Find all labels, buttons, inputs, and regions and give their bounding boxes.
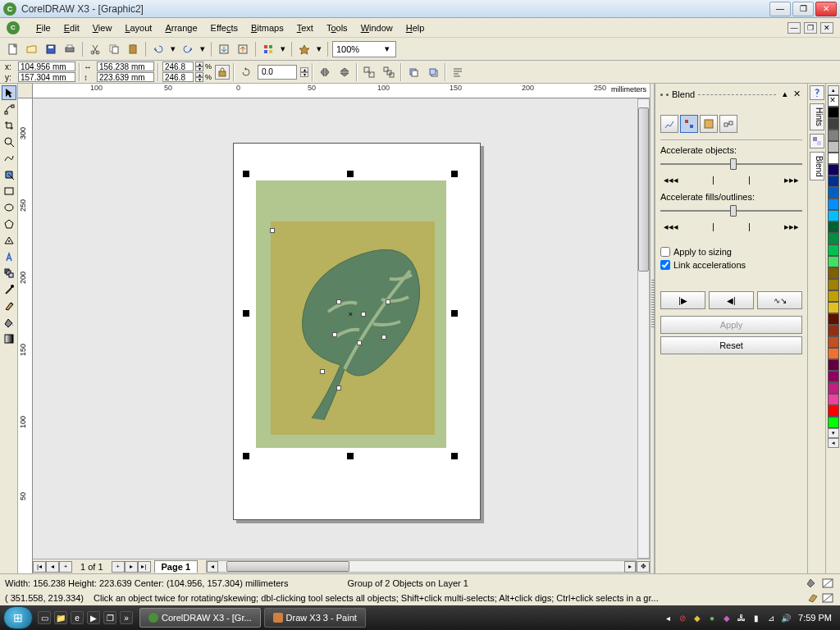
handle-tl[interactable] bbox=[243, 171, 249, 177]
add-page-before-button[interactable]: + bbox=[59, 561, 72, 573]
handle-tm[interactable] bbox=[347, 171, 354, 177]
vertical-scrollbar[interactable] bbox=[637, 98, 650, 559]
lock-ratio-button[interactable] bbox=[215, 65, 230, 80]
undo-button[interactable] bbox=[150, 41, 167, 57]
handle-bl[interactable] bbox=[243, 453, 249, 459]
fill-tool[interactable] bbox=[2, 315, 16, 330]
mdi-restore[interactable]: ❐ bbox=[804, 22, 817, 34]
color-swatch[interactable] bbox=[828, 176, 839, 187]
add-page-after-button[interactable]: + bbox=[112, 561, 125, 573]
ruler-origin[interactable] bbox=[18, 84, 33, 98]
interactive-blend-tool[interactable] bbox=[2, 266, 16, 281]
accel-fills-slider[interactable] bbox=[660, 203, 802, 220]
node[interactable] bbox=[361, 312, 366, 317]
node[interactable] bbox=[336, 386, 341, 390]
show-desktop-icon[interactable]: ▭ bbox=[38, 611, 51, 624]
copy-button[interactable] bbox=[106, 41, 122, 57]
color-swatch[interactable] bbox=[828, 267, 839, 279]
color-swatch[interactable] bbox=[828, 405, 839, 417]
pos-y-input[interactable]: 157.304 mm bbox=[18, 72, 75, 82]
color-swatch[interactable] bbox=[828, 164, 839, 176]
polygon-tool[interactable] bbox=[2, 217, 16, 231]
handle-bm[interactable] bbox=[347, 453, 354, 459]
handle-br[interactable] bbox=[451, 453, 458, 459]
color-swatch[interactable] bbox=[828, 221, 839, 233]
hints-tab[interactable]: Hints bbox=[810, 103, 824, 130]
rectangle-tool[interactable] bbox=[2, 184, 16, 199]
color-swatch[interactable] bbox=[828, 130, 839, 141]
tray-security-icon[interactable]: ⊘ bbox=[677, 612, 688, 623]
save-button[interactable] bbox=[43, 41, 59, 57]
crop-tool[interactable] bbox=[2, 118, 16, 133]
docker-close-button[interactable]: ✕ bbox=[791, 89, 802, 100]
color-swatch[interactable] bbox=[828, 199, 839, 210]
apply-sizing-checkbox[interactable] bbox=[660, 247, 670, 257]
accel-obj-fast-fwd[interactable]: ▸▸▸ bbox=[781, 175, 802, 185]
basic-shapes-tool[interactable] bbox=[2, 233, 16, 248]
color-swatch[interactable] bbox=[828, 141, 839, 153]
page-tab[interactable]: Page 1 bbox=[154, 560, 198, 573]
color-swatch[interactable] bbox=[828, 359, 839, 371]
color-swatch[interactable] bbox=[828, 153, 839, 164]
node[interactable] bbox=[381, 335, 386, 340]
no-color-swatch[interactable] bbox=[828, 95, 839, 107]
docker-collapse-button[interactable]: ▴ bbox=[779, 89, 791, 100]
switch-windows-icon[interactable]: ❐ bbox=[103, 611, 116, 624]
accel-fill-fast-rev[interactable]: ◂◂◂ bbox=[660, 221, 682, 232]
height-input[interactable]: 223.639 mm bbox=[97, 72, 154, 82]
accel-obj-center1[interactable]: | bbox=[709, 175, 718, 185]
menu-window[interactable]: Window bbox=[354, 21, 399, 34]
accel-fill-center2[interactable]: | bbox=[745, 221, 754, 232]
redo-dropdown[interactable]: ▾ bbox=[199, 41, 207, 57]
horizontal-ruler[interactable]: 100 50 0 50 100 150 200 250 millimeters bbox=[33, 84, 650, 98]
tray-app2-icon[interactable]: ◆ bbox=[692, 612, 703, 623]
menu-text[interactable]: Text bbox=[290, 21, 320, 34]
smart-fill-tool[interactable] bbox=[2, 167, 16, 182]
node[interactable] bbox=[320, 369, 325, 374]
tray-app4-icon[interactable]: ◆ bbox=[721, 612, 733, 623]
color-swatch[interactable] bbox=[828, 336, 839, 348]
accel-obj-center2[interactable]: | bbox=[745, 175, 754, 185]
cut-button[interactable] bbox=[87, 41, 103, 57]
text-tool[interactable] bbox=[2, 249, 16, 264]
color-swatch[interactable] bbox=[828, 244, 839, 256]
path-start-button[interactable]: |▶ bbox=[660, 291, 705, 309]
tray-network-icon[interactable]: 🖧 bbox=[736, 612, 747, 623]
palette-flyout[interactable]: ◂ bbox=[828, 438, 839, 448]
accel-obj-fast-rev[interactable]: ◂◂◂ bbox=[660, 175, 682, 185]
undo-dropdown[interactable]: ▾ bbox=[169, 41, 177, 57]
app-launcher-button[interactable] bbox=[260, 41, 276, 57]
docker-splitter[interactable] bbox=[650, 84, 655, 573]
maximize-button[interactable]: ❐ bbox=[792, 2, 814, 16]
scale-y-down[interactable]: ▾ bbox=[195, 77, 203, 82]
import-button[interactable] bbox=[216, 41, 232, 57]
close-button[interactable]: ✕ bbox=[815, 2, 837, 16]
color-swatch[interactable] bbox=[828, 371, 839, 382]
eyedropper-tool[interactable] bbox=[2, 282, 16, 297]
width-input[interactable]: 156.238 mm bbox=[97, 62, 154, 71]
zoom-dropdown-icon[interactable]: ▾ bbox=[382, 43, 392, 54]
redo-button[interactable] bbox=[180, 41, 196, 57]
color-swatch[interactable] bbox=[828, 256, 839, 267]
color-swatch[interactable] bbox=[828, 348, 839, 359]
taskbar-paint[interactable]: Draw X3 3 - Paint bbox=[264, 608, 366, 628]
taskbar-clock[interactable]: 7:59 PM bbox=[798, 613, 832, 623]
horizontal-scrollbar[interactable]: ◂ ▸ bbox=[206, 560, 637, 573]
ql-chevron-icon[interactable]: » bbox=[120, 611, 133, 624]
tray-wifi-icon[interactable]: ⊿ bbox=[765, 612, 777, 623]
menu-edit[interactable]: Edit bbox=[57, 21, 86, 34]
minimize-button[interactable]: — bbox=[769, 2, 791, 16]
handle-ml[interactable] bbox=[243, 310, 249, 317]
accel-fill-center1[interactable]: | bbox=[709, 221, 718, 232]
first-page-button[interactable]: |◂ bbox=[33, 561, 46, 573]
blend-color-tab[interactable] bbox=[700, 115, 718, 133]
no-outline-icon[interactable] bbox=[820, 591, 835, 605]
node[interactable] bbox=[336, 299, 341, 304]
apply-button[interactable]: Apply bbox=[660, 316, 802, 334]
tray-arrow-icon[interactable]: ◂ bbox=[662, 612, 673, 623]
new-button[interactable] bbox=[5, 41, 21, 57]
menu-arrange[interactable]: Arrange bbox=[158, 21, 203, 34]
color-swatch[interactable] bbox=[828, 290, 839, 302]
welcome-dropdown[interactable]: ▾ bbox=[315, 41, 323, 57]
scale-x-input[interactable]: 246.8 bbox=[162, 62, 194, 71]
